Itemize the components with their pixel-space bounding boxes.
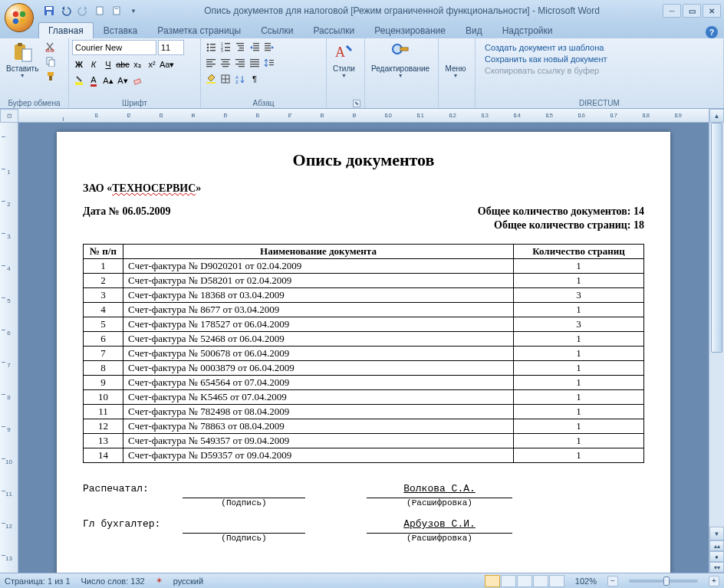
status-page[interactable]: Страница: 1 из 1 — [5, 577, 71, 586]
cut-button[interactable] — [44, 40, 58, 54]
tab-addins[interactable]: Надстройки — [492, 22, 563, 38]
show-marks-button[interactable]: ¶ — [248, 72, 262, 86]
clear-formatting-button[interactable] — [130, 74, 144, 87]
scroll-track[interactable] — [709, 123, 724, 527]
paste-button[interactable]: Вставить ▼ — [3, 40, 41, 80]
zoom-out-button[interactable]: − — [607, 576, 618, 586]
table-row: 3Счет-фактура № 18368 от 03.04.20093 — [84, 288, 644, 303]
svg-rect-9 — [115, 8, 118, 9]
browse-object-button[interactable]: ● — [709, 551, 724, 562]
bullets-button[interactable] — [204, 40, 218, 54]
maximize-button[interactable]: ▭ — [683, 4, 701, 18]
zoom-in-button[interactable]: + — [709, 576, 719, 586]
accountant-name: Арбузов С.И. — [367, 518, 512, 530]
editing-button[interactable]: Редактирование ▼ — [368, 40, 433, 80]
cell-num: 1 — [84, 259, 123, 274]
view-outline[interactable] — [533, 575, 548, 587]
tab-view[interactable]: Вид — [456, 22, 492, 38]
svg-rect-12 — [22, 49, 31, 61]
underline-button[interactable]: Ч — [101, 57, 115, 71]
svg-rect-52 — [222, 66, 229, 67]
highlight-button[interactable] — [72, 74, 86, 87]
directum-link-template[interactable]: Создать документ из шаблона — [485, 43, 607, 52]
align-left-button[interactable] — [204, 56, 218, 70]
group-directum: Создать документ из шаблона Сохранить ка… — [476, 38, 724, 108]
svg-point-21 — [207, 44, 209, 46]
horizontal-ruler[interactable]: 12345678910111213141516171819 — [18, 109, 709, 123]
strike-button[interactable]: abc — [116, 57, 130, 71]
qat-button-5[interactable] — [109, 3, 124, 18]
styles-launcher[interactable]: ⬊ — [353, 100, 360, 107]
directum-link-copy[interactable]: Скопировать ссылку в буфер — [485, 66, 607, 75]
align-right-button[interactable] — [233, 56, 247, 70]
redo-button[interactable] — [75, 3, 90, 18]
copy-button[interactable] — [44, 54, 58, 68]
decrease-indent-button[interactable] — [248, 40, 262, 54]
bold-button[interactable]: Ж — [72, 57, 86, 71]
save-button[interactable] — [41, 3, 57, 18]
minimize-button[interactable]: ─ — [663, 4, 681, 18]
doc-title: Опись документов — [83, 150, 644, 170]
grow-font-button[interactable]: A▴ — [101, 74, 115, 87]
vertical-ruler[interactable]: 12345678910111213 — [0, 123, 18, 573]
document-viewport[interactable]: Опись документов ЗАО «ТЕХНОСЕРВИС» Дата … — [18, 123, 709, 573]
svg-rect-43 — [265, 48, 271, 48]
help-button[interactable]: ? — [706, 26, 718, 38]
office-button[interactable] — [5, 3, 34, 32]
subscript-button[interactable]: x₂ — [130, 57, 144, 71]
view-full-screen[interactable] — [501, 575, 516, 587]
justify-button[interactable] — [248, 56, 262, 70]
tab-page-layout[interactable]: Разметка страницы — [147, 22, 251, 38]
superscript-button[interactable]: x² — [145, 57, 159, 71]
menu-button[interactable]: Меню ▼ — [442, 40, 469, 80]
view-print-layout[interactable] — [485, 575, 500, 587]
prev-page-button[interactable]: ▴▴ — [709, 540, 724, 551]
undo-button[interactable] — [58, 3, 74, 18]
format-painter-button[interactable] — [44, 69, 58, 83]
view-web[interactable] — [517, 575, 532, 587]
qat-customize[interactable]: ▼ — [126, 3, 141, 18]
scroll-down-button[interactable]: ▼ — [709, 527, 724, 540]
svg-rect-20 — [134, 79, 141, 84]
org-line: ЗАО «ТЕХНОСЕРВИС» — [83, 182, 644, 195]
scroll-thumb[interactable] — [711, 123, 722, 353]
directum-link-save[interactable]: Сохранить как новый документ — [485, 54, 607, 64]
shrink-font-button[interactable]: A▾ — [116, 74, 130, 87]
total-docs: Общее количество документов: 14 — [478, 205, 644, 218]
cell-name: Счет-фактура № 18368 от 03.04.2009 — [123, 288, 514, 303]
borders-button[interactable] — [219, 72, 232, 86]
align-center-button[interactable] — [219, 56, 232, 70]
page: Опись документов ЗАО «ТЕХНОСЕРВИС» Дата … — [57, 132, 670, 573]
next-page-button[interactable]: ▾▾ — [709, 562, 724, 573]
svg-rect-57 — [250, 59, 259, 60]
tab-references[interactable]: Ссылки — [251, 22, 303, 38]
view-draft[interactable] — [549, 575, 564, 587]
font-size-select[interactable] — [158, 40, 184, 55]
qat-button-4[interactable] — [92, 3, 107, 18]
zoom-slider[interactable] — [629, 580, 698, 583]
scroll-up-button[interactable]: ▲ — [709, 109, 724, 123]
cell-pages: 1 — [514, 347, 644, 361]
increase-indent-button[interactable] — [262, 40, 276, 54]
styles-button[interactable]: A Стили ▼ — [330, 40, 358, 80]
numbering-button[interactable]: 123 — [219, 40, 232, 54]
change-case-button[interactable]: Aa▾ — [160, 57, 174, 71]
date-label: Дата № 06.05.2009 — [83, 205, 170, 218]
tab-insert[interactable]: Вставка — [94, 22, 148, 38]
zoom-level[interactable]: 102% — [575, 577, 597, 586]
italic-button[interactable]: К — [87, 57, 100, 71]
font-color-button[interactable]: A — [87, 74, 100, 87]
multilevel-button[interactable] — [233, 40, 247, 54]
status-lang[interactable]: русский — [173, 577, 203, 586]
sort-button[interactable]: AZ — [233, 72, 247, 86]
ruler-corner[interactable]: ⊡ — [0, 109, 18, 123]
tab-review[interactable]: Рецензирование — [364, 22, 456, 38]
font-name-select[interactable] — [72, 40, 156, 55]
status-words[interactable]: Число слов: 132 — [81, 577, 145, 586]
close-button[interactable]: ✕ — [703, 4, 721, 18]
shading-button[interactable] — [204, 72, 218, 86]
tab-home[interactable]: Главная — [38, 22, 94, 38]
line-spacing-button[interactable] — [262, 56, 276, 70]
zoom-thumb[interactable] — [663, 577, 670, 586]
tab-mailings[interactable]: Рассылки — [303, 22, 364, 38]
